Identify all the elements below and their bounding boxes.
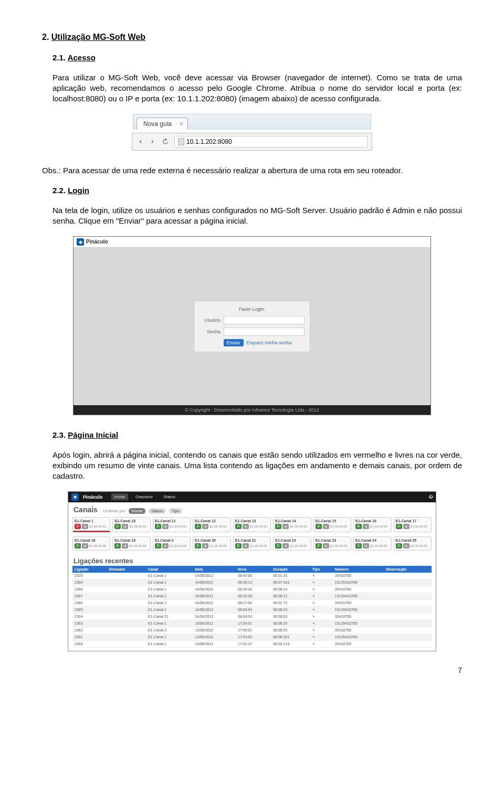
table-header[interactable]: Tipo	[310, 566, 333, 573]
sort-tipo[interactable]: Tipo	[169, 508, 182, 514]
channel-card[interactable]: E1-Canal 10✆●E1 00:00:00	[112, 517, 150, 532]
reload-icon[interactable]	[162, 138, 169, 145]
browser-tabbar: Nova guia ×	[133, 114, 371, 130]
table-cell: 17:53:03	[236, 634, 271, 640]
channel-card[interactable]: E1-Canal 1✆●E1 00:09:12	[72, 517, 110, 532]
channel-card[interactable]: E1-Canal 21✆●E1 00:00:00	[233, 536, 271, 551]
table-cell: 2368	[72, 586, 107, 593]
table-cell: E1-Canal 2	[146, 627, 193, 634]
table-cell	[107, 573, 146, 579]
table-cell: 2360	[72, 640, 107, 647]
channel-sub: E1 00:09:12	[89, 525, 106, 528]
table-header[interactable]: Duração	[271, 566, 310, 573]
table-row[interactable]: 2367E1-Canal 114/08/201208:25:2000:00:11…	[72, 593, 432, 599]
table-row[interactable]: 2369E1-Canal 114/08/201208:30:1300:07:42…	[72, 579, 432, 586]
table-cell: 00:01:72	[271, 599, 310, 606]
channel-card[interactable]: E1-Canal 19✆●E1 00:00:00	[112, 536, 150, 551]
table-cell: 15135410700	[333, 593, 384, 599]
channel-card[interactable]: E1-Canal 12✆●E1 00:00:00	[193, 517, 230, 532]
table-header[interactable]: Gravador	[107, 566, 146, 573]
table-cell	[383, 613, 432, 620]
sort-status[interactable]: Status	[149, 508, 166, 514]
calls-table: LigaçãoGravadorCanalDataHoraDuraçãoTipoN…	[72, 566, 432, 648]
channel-sub: E1 00:00:00	[370, 544, 387, 547]
rec-icon: ●	[122, 524, 128, 529]
table-cell: ↖	[310, 579, 333, 586]
channel-name: E1-Canal 15	[316, 519, 349, 523]
channel-card[interactable]: E1-Canal 16✆●E1 00:00:00	[353, 517, 391, 532]
table-cell	[107, 640, 146, 647]
power-icon[interactable]: ⏻	[428, 494, 433, 499]
table-row[interactable]: 2366E1-Canal 114/08/201208:17:0400:01:72…	[72, 599, 432, 606]
channel-sub: E1 00:00:00	[129, 525, 146, 528]
table-cell: 2366	[72, 599, 107, 606]
address-text: 10.1.1.202:8080	[186, 138, 232, 145]
tab-inicial[interactable]: Inicial	[111, 493, 128, 500]
table-row[interactable]: 2365E1-Canal 114/08/201208:04:0400:00:25…	[72, 606, 432, 613]
channel-card[interactable]: E1-Canal 14✆●E1 00:00:00	[273, 517, 311, 532]
channel-name: E1-Canal 1	[75, 519, 108, 523]
table-row[interactable]: 2370E1-Canal 114/08/201208:47:0800:01:33…	[72, 573, 432, 579]
table-cell: 2364	[72, 613, 107, 620]
table-cell: 14/08/2012	[193, 579, 236, 586]
table-header[interactable]: Canal	[146, 566, 193, 573]
table-cell	[383, 599, 432, 606]
channel-card[interactable]: E1-Canal 25✆●E1 00:00:00	[394, 536, 432, 551]
close-icon[interactable]: ×	[180, 120, 183, 128]
table-row[interactable]: 2364E1-Canal 2114/08/201208:04:0400:00:0…	[72, 613, 432, 620]
table-cell: 14/08/2012	[193, 586, 236, 593]
phone-icon: ✆	[396, 524, 402, 529]
sort-nome[interactable]: Nome	[129, 508, 145, 514]
obs-paragraph: Obs.: Para acessar de uma rede externa é…	[42, 165, 462, 176]
back-icon[interactable]	[136, 138, 144, 145]
address-input[interactable]: 10.1.1.202:8080	[174, 136, 368, 147]
channel-card[interactable]: E1-Canal 17✆●E1 00:00:00	[394, 517, 432, 532]
rec-icon: ●	[122, 543, 128, 549]
channel-name: E1-Canal 22	[275, 539, 309, 542]
table-cell: 00:00:25	[271, 606, 310, 613]
channel-name: E1-Canal 18	[75, 539, 108, 542]
password-input[interactable]	[224, 328, 304, 336]
phone-icon: ✆	[195, 543, 201, 549]
table-cell: 15135410700	[333, 606, 384, 613]
sec21-title: Acesso	[68, 53, 96, 62]
tab-status[interactable]: Status	[160, 493, 178, 500]
channel-card[interactable]: E1-Canal 2✆●E1 00:00:00	[153, 536, 191, 551]
channel-card[interactable]: E1-Canal 11✆●E1 00:00:00	[153, 517, 191, 532]
user-input[interactable]	[224, 316, 304, 324]
channel-card[interactable]: E1-Canal 15✆●E1 00:00:00	[313, 517, 351, 532]
table-cell: 2367	[72, 593, 107, 599]
channel-card[interactable]: E1-Canal 23✆●E1 00:00:00	[313, 536, 351, 551]
channel-card[interactable]: E1-Canal 20✆●E1 00:00:00	[193, 536, 230, 551]
table-cell: ↖	[310, 593, 333, 599]
table-cell	[383, 593, 432, 599]
channel-card[interactable]: E1-Canal 13✆●E1 00:00:00	[233, 517, 271, 532]
tab-gravador[interactable]: Gravador	[132, 493, 156, 500]
rec-icon: ●	[282, 524, 289, 529]
phone-icon: ✆	[114, 543, 121, 549]
table-header[interactable]: Observação	[383, 566, 432, 573]
submit-button[interactable]: Enviar	[224, 339, 244, 346]
forward-icon[interactable]	[149, 138, 156, 145]
channel-sub: E1 00:00:00	[290, 525, 307, 528]
rec-icon: ●	[162, 543, 169, 549]
table-row[interactable]: 2363E1-Canal 113/08/201217:59:0100:00:25…	[72, 620, 432, 627]
table-header[interactable]: Ligação	[72, 566, 107, 573]
channel-card[interactable]: E1-Canal 24✆●E1 00:00:00	[353, 536, 391, 551]
table-cell: E1-Canal 1	[146, 593, 193, 599]
table-cell	[383, 606, 432, 613]
channel-card[interactable]: E1-Canal 18✆●E1 00:00:00	[72, 536, 110, 551]
table-row[interactable]: 2368E1-Canal 114/08/201208:29:2600:00:14…	[72, 586, 432, 593]
browser-tab[interactable]: Nova guia ×	[136, 118, 188, 130]
table-header[interactable]: Data	[193, 566, 236, 573]
table-header[interactable]: Número	[333, 566, 384, 573]
table-row[interactable]: 2361E1-Canal 113/08/201217:53:0300:06:33…	[72, 634, 432, 640]
table-row[interactable]: 2362E1-Canal 213/08/201217:59:0100:00:25…	[72, 627, 432, 634]
channel-card[interactable]: E1-Canal 22✆●E1 00:00:00	[273, 536, 311, 551]
calls-title: Ligações recentes	[68, 553, 436, 566]
table-header[interactable]: Hora	[236, 566, 271, 573]
channel-sub: E1 00:00:00	[411, 544, 427, 547]
forgot-password-link[interactable]: Esqueci minha senha	[247, 340, 292, 345]
table-row[interactable]: 2360E1-Canal 113/08/201217:52:2700:02:11…	[72, 640, 432, 647]
table-cell: 35410700	[333, 640, 384, 647]
